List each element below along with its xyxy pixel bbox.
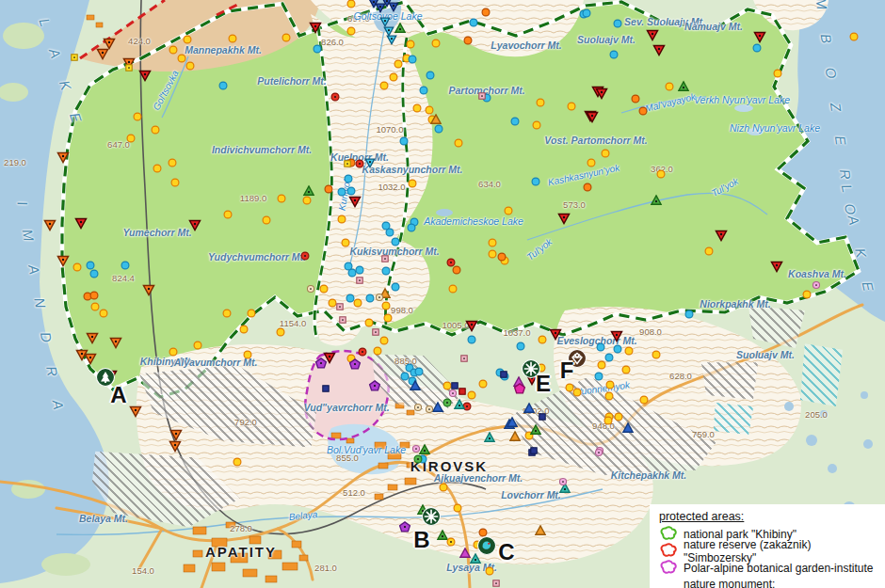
site-emblem-diamond-icon — [568, 349, 587, 369]
map-marker-ot — [56, 151, 70, 164]
map-marker-ct — [364, 157, 376, 168]
map-marker-yc — [504, 206, 514, 216]
map-marker-rt — [595, 87, 608, 100]
legend-item: nature reserve (zakaznik) "Simbozersky" — [659, 543, 885, 560]
map-marker-cc — [391, 282, 401, 293]
map-marker-yc — [222, 309, 233, 319]
map-marker-pp — [399, 521, 411, 533]
map-marker-tut — [454, 399, 466, 411]
map-marker-yc — [439, 483, 449, 493]
map-marker-ot — [43, 218, 56, 231]
map-marker-ot — [142, 283, 155, 296]
map-marker-cc — [594, 372, 604, 382]
map-marker-rt — [715, 229, 728, 242]
map-marker-ot — [96, 47, 109, 60]
map-marker-yc — [193, 341, 203, 351]
map-marker-cc — [426, 71, 436, 81]
protected-area-outline-icon — [659, 543, 678, 561]
map-marker-yc — [467, 390, 477, 401]
map-marker-rt — [753, 30, 766, 43]
site-emblem-tree-icon — [96, 368, 116, 388]
map-marker-ot — [169, 439, 182, 453]
map-marker-yc — [99, 309, 109, 319]
map-marker-rt — [74, 216, 88, 230]
map-marker-yc — [223, 210, 233, 220]
map-marker-yc — [383, 313, 394, 324]
map-marker-tc — [306, 284, 315, 294]
topographic-map-canvas[interactable]: Mannepakhk Mt.Putelichorr Mt.Indivichvum… — [0, 0, 885, 588]
map-marker-yc — [389, 72, 399, 83]
map-marker-cc — [469, 18, 479, 28]
protected-area-outline-icon — [659, 526, 678, 544]
map-marker-pc — [411, 444, 421, 453]
legend-item: Polar-alpine botanical garden-institute — [659, 560, 885, 577]
map-marker-rc — [358, 347, 368, 358]
map-marker-oc — [324, 184, 334, 195]
map-marker-rt — [138, 69, 152, 82]
map-marker-yc — [802, 290, 813, 300]
map-marker-mp — [514, 383, 526, 395]
map-marker-gt — [678, 81, 690, 93]
map-marker-ot — [84, 352, 97, 365]
map-marker-but — [507, 417, 519, 429]
map-marker-yc — [228, 34, 238, 44]
map-marker-oc — [631, 94, 641, 104]
map-marker-cc — [467, 335, 477, 345]
map-marker-gt — [530, 424, 542, 437]
map-marker-cc — [510, 117, 521, 127]
map-marker-rt — [652, 43, 666, 56]
map-marker-ns — [321, 384, 330, 393]
legend-footer: nature monument: — [684, 578, 885, 588]
map-marker-rs — [458, 387, 467, 396]
protected-area-outline-icon — [659, 560, 678, 578]
map-marker-oc — [481, 8, 491, 18]
map-marker-oc — [497, 252, 507, 262]
map-marker-rt — [465, 319, 478, 332]
map-marker-yc — [277, 194, 287, 204]
map-marker-rt — [586, 110, 599, 123]
map-marker-ps — [491, 579, 501, 588]
map-marker-cc — [355, 265, 365, 276]
map-marker-cc — [121, 261, 131, 271]
map-marker-yc — [614, 412, 624, 422]
map-marker-yc — [538, 335, 548, 345]
map-marker-rt — [348, 195, 362, 208]
map-marker-yc — [247, 309, 257, 319]
map-marker-yc — [151, 125, 161, 135]
legend-item-label: nature reserve (zakaznik) "Simbozersky" — [684, 538, 885, 564]
map-marker-cc — [582, 8, 592, 19]
map-marker-ns — [529, 446, 539, 455]
map-marker-yc — [394, 59, 404, 70]
map-marker-yc — [276, 327, 286, 338]
map-marker-yc — [604, 391, 615, 402]
map-marker-rt — [770, 260, 783, 273]
map-marker-ps — [338, 315, 347, 325]
map-marker-gt — [394, 23, 407, 35]
map-marker-yc — [601, 149, 611, 159]
map-marker-tc — [425, 405, 434, 414]
map-marker-ps — [355, 276, 364, 285]
map-marker-mut — [459, 548, 472, 560]
map-marker-yc — [639, 395, 650, 405]
map-marker-pc — [594, 448, 603, 457]
map-marker-yc — [185, 61, 196, 72]
map-marker-ps — [380, 254, 390, 263]
map-marker-rt — [188, 218, 201, 231]
map-marker-cc — [218, 81, 229, 91]
map-marker-yc — [406, 40, 416, 50]
map-marker-ps — [371, 327, 380, 337]
map-marker-cc — [381, 266, 392, 277]
map-marker-tc — [413, 403, 423, 412]
map-marker-ps — [477, 91, 487, 101]
map-marker-yc — [587, 158, 597, 168]
map-marker-cc — [313, 44, 323, 55]
map-marker-but — [622, 422, 635, 435]
map-marker-cc — [399, 136, 410, 147]
map-marker-yc — [72, 262, 83, 273]
map-marker-rt — [557, 212, 571, 225]
map-marker-ct — [386, 34, 397, 45]
map-marker-ns — [538, 412, 547, 421]
map-marker-ot — [56, 254, 70, 267]
map-marker-yc — [652, 350, 662, 360]
map-marker-cc — [391, 237, 401, 247]
